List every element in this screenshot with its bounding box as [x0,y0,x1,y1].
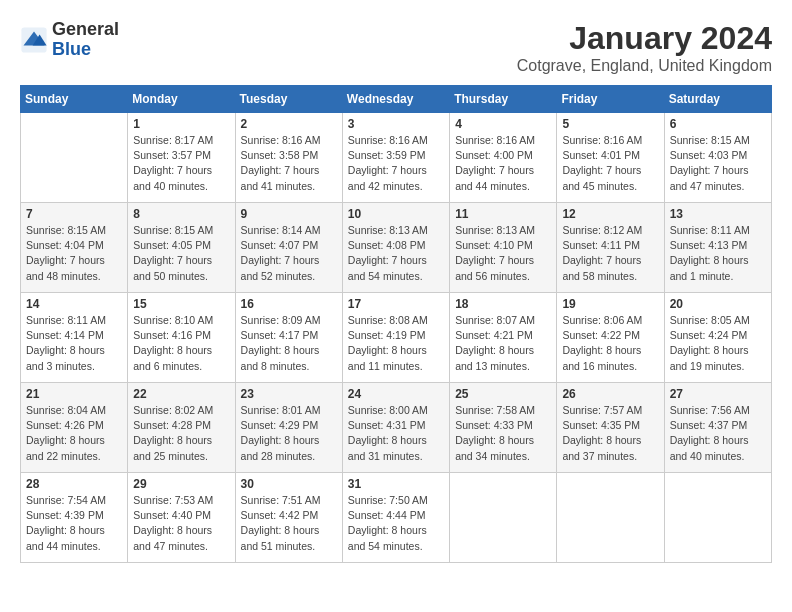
logo-icon [20,26,48,54]
month-title: January 2024 [517,20,772,57]
day-info: Sunrise: 8:00 AM Sunset: 4:31 PM Dayligh… [348,403,444,464]
day-number: 19 [562,297,658,311]
day-number: 26 [562,387,658,401]
day-info: Sunrise: 8:02 AM Sunset: 4:28 PM Dayligh… [133,403,229,464]
calendar-cell [557,473,664,563]
day-info: Sunrise: 8:15 AM Sunset: 4:04 PM Dayligh… [26,223,122,284]
calendar-cell: 27Sunrise: 7:56 AM Sunset: 4:37 PM Dayli… [664,383,771,473]
day-number: 7 [26,207,122,221]
calendar-cell [450,473,557,563]
day-info: Sunrise: 8:11 AM Sunset: 4:14 PM Dayligh… [26,313,122,374]
weekday-header-row: SundayMondayTuesdayWednesdayThursdayFrid… [21,86,772,113]
day-number: 18 [455,297,551,311]
day-info: Sunrise: 7:51 AM Sunset: 4:42 PM Dayligh… [241,493,337,554]
day-info: Sunrise: 7:57 AM Sunset: 4:35 PM Dayligh… [562,403,658,464]
day-number: 1 [133,117,229,131]
calendar-cell: 19Sunrise: 8:06 AM Sunset: 4:22 PM Dayli… [557,293,664,383]
day-number: 25 [455,387,551,401]
calendar-cell: 21Sunrise: 8:04 AM Sunset: 4:26 PM Dayli… [21,383,128,473]
day-info: Sunrise: 8:06 AM Sunset: 4:22 PM Dayligh… [562,313,658,374]
day-info: Sunrise: 8:10 AM Sunset: 4:16 PM Dayligh… [133,313,229,374]
calendar-table: SundayMondayTuesdayWednesdayThursdayFrid… [20,85,772,563]
day-info: Sunrise: 7:50 AM Sunset: 4:44 PM Dayligh… [348,493,444,554]
week-row-1: 1Sunrise: 8:17 AM Sunset: 3:57 PM Daylig… [21,113,772,203]
day-info: Sunrise: 7:53 AM Sunset: 4:40 PM Dayligh… [133,493,229,554]
day-info: Sunrise: 7:56 AM Sunset: 4:37 PM Dayligh… [670,403,766,464]
calendar-cell: 1Sunrise: 8:17 AM Sunset: 3:57 PM Daylig… [128,113,235,203]
calendar-cell: 12Sunrise: 8:12 AM Sunset: 4:11 PM Dayli… [557,203,664,293]
title-area: January 2024 Cotgrave, England, United K… [517,20,772,75]
calendar-cell: 6Sunrise: 8:15 AM Sunset: 4:03 PM Daylig… [664,113,771,203]
weekday-header-saturday: Saturday [664,86,771,113]
day-info: Sunrise: 8:16 AM Sunset: 4:01 PM Dayligh… [562,133,658,194]
day-info: Sunrise: 8:16 AM Sunset: 3:58 PM Dayligh… [241,133,337,194]
day-info: Sunrise: 8:13 AM Sunset: 4:10 PM Dayligh… [455,223,551,284]
week-row-4: 21Sunrise: 8:04 AM Sunset: 4:26 PM Dayli… [21,383,772,473]
day-number: 17 [348,297,444,311]
calendar-cell: 7Sunrise: 8:15 AM Sunset: 4:04 PM Daylig… [21,203,128,293]
day-info: Sunrise: 8:07 AM Sunset: 4:21 PM Dayligh… [455,313,551,374]
day-info: Sunrise: 8:09 AM Sunset: 4:17 PM Dayligh… [241,313,337,374]
weekday-header-sunday: Sunday [21,86,128,113]
day-number: 13 [670,207,766,221]
day-number: 22 [133,387,229,401]
week-row-5: 28Sunrise: 7:54 AM Sunset: 4:39 PM Dayli… [21,473,772,563]
day-number: 23 [241,387,337,401]
day-info: Sunrise: 8:12 AM Sunset: 4:11 PM Dayligh… [562,223,658,284]
calendar-cell: 17Sunrise: 8:08 AM Sunset: 4:19 PM Dayli… [342,293,449,383]
day-number: 29 [133,477,229,491]
day-info: Sunrise: 8:04 AM Sunset: 4:26 PM Dayligh… [26,403,122,464]
day-number: 5 [562,117,658,131]
weekday-header-thursday: Thursday [450,86,557,113]
day-info: Sunrise: 8:11 AM Sunset: 4:13 PM Dayligh… [670,223,766,284]
day-number: 8 [133,207,229,221]
day-number: 15 [133,297,229,311]
day-info: Sunrise: 8:17 AM Sunset: 3:57 PM Dayligh… [133,133,229,194]
calendar-cell: 4Sunrise: 8:16 AM Sunset: 4:00 PM Daylig… [450,113,557,203]
weekday-header-tuesday: Tuesday [235,86,342,113]
calendar-cell: 11Sunrise: 8:13 AM Sunset: 4:10 PM Dayli… [450,203,557,293]
day-info: Sunrise: 8:08 AM Sunset: 4:19 PM Dayligh… [348,313,444,374]
day-info: Sunrise: 8:15 AM Sunset: 4:05 PM Dayligh… [133,223,229,284]
week-row-2: 7Sunrise: 8:15 AM Sunset: 4:04 PM Daylig… [21,203,772,293]
calendar-cell: 24Sunrise: 8:00 AM Sunset: 4:31 PM Dayli… [342,383,449,473]
calendar-cell: 9Sunrise: 8:14 AM Sunset: 4:07 PM Daylig… [235,203,342,293]
day-info: Sunrise: 8:16 AM Sunset: 4:00 PM Dayligh… [455,133,551,194]
weekday-header-monday: Monday [128,86,235,113]
day-number: 30 [241,477,337,491]
logo-blue-text: Blue [52,40,119,60]
calendar-cell: 29Sunrise: 7:53 AM Sunset: 4:40 PM Dayli… [128,473,235,563]
calendar-cell: 14Sunrise: 8:11 AM Sunset: 4:14 PM Dayli… [21,293,128,383]
day-info: Sunrise: 8:05 AM Sunset: 4:24 PM Dayligh… [670,313,766,374]
calendar-cell: 15Sunrise: 8:10 AM Sunset: 4:16 PM Dayli… [128,293,235,383]
calendar-cell: 3Sunrise: 8:16 AM Sunset: 3:59 PM Daylig… [342,113,449,203]
day-number: 28 [26,477,122,491]
day-number: 20 [670,297,766,311]
week-row-3: 14Sunrise: 8:11 AM Sunset: 4:14 PM Dayli… [21,293,772,383]
weekday-header-wednesday: Wednesday [342,86,449,113]
calendar-cell: 25Sunrise: 7:58 AM Sunset: 4:33 PM Dayli… [450,383,557,473]
day-info: Sunrise: 8:15 AM Sunset: 4:03 PM Dayligh… [670,133,766,194]
calendar-cell: 30Sunrise: 7:51 AM Sunset: 4:42 PM Dayli… [235,473,342,563]
day-number: 10 [348,207,444,221]
day-number: 9 [241,207,337,221]
day-number: 31 [348,477,444,491]
location-title: Cotgrave, England, United Kingdom [517,57,772,75]
day-number: 14 [26,297,122,311]
calendar-cell: 20Sunrise: 8:05 AM Sunset: 4:24 PM Dayli… [664,293,771,383]
day-info: Sunrise: 8:14 AM Sunset: 4:07 PM Dayligh… [241,223,337,284]
calendar-cell: 5Sunrise: 8:16 AM Sunset: 4:01 PM Daylig… [557,113,664,203]
day-number: 11 [455,207,551,221]
day-info: Sunrise: 8:01 AM Sunset: 4:29 PM Dayligh… [241,403,337,464]
day-number: 21 [26,387,122,401]
day-number: 3 [348,117,444,131]
day-number: 6 [670,117,766,131]
calendar-cell: 13Sunrise: 8:11 AM Sunset: 4:13 PM Dayli… [664,203,771,293]
day-number: 4 [455,117,551,131]
calendar-cell: 31Sunrise: 7:50 AM Sunset: 4:44 PM Dayli… [342,473,449,563]
day-info: Sunrise: 8:13 AM Sunset: 4:08 PM Dayligh… [348,223,444,284]
calendar-cell: 2Sunrise: 8:16 AM Sunset: 3:58 PM Daylig… [235,113,342,203]
calendar-cell: 26Sunrise: 7:57 AM Sunset: 4:35 PM Dayli… [557,383,664,473]
calendar-cell: 23Sunrise: 8:01 AM Sunset: 4:29 PM Dayli… [235,383,342,473]
logo-general-text: General [52,20,119,40]
